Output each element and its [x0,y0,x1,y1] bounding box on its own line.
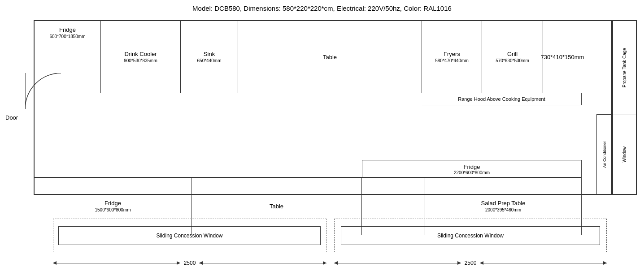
dim-right-line2 [480,263,607,263]
dim-right-line [334,263,461,263]
fryers-label: Fryers 580*470*440mm [435,51,469,63]
grill-label: Grill 570*630*530mm [496,51,529,63]
sliding-window-right: Sliding Concession Window [341,226,600,245]
cell-grill: Grill 570*630*530mm [482,21,543,93]
diagram-container: Model: DCB580, Dimensions: 580*220*220*c… [0,0,644,280]
range-hood-bar: Range Hood Above Cooking Equipment [422,93,582,105]
table-bottom-label: Table [270,202,283,209]
right-side-bar: Propane Tank Cage Window [612,20,637,195]
dim-left-line2 [199,263,326,263]
cell-table-top: Table [238,21,422,93]
dim-left: 2500 [53,260,326,266]
sliding-window-left: Sliding Concession Window [58,226,321,245]
table-top-label: Table [323,54,337,60]
propane-tank-cage: Propane Tank Cage [613,21,636,115]
sink-label: Sink 650*440mm [197,51,222,63]
window-right: Window [613,115,636,194]
dim-right: 2500 [334,260,607,266]
window-right-label: Window [622,146,627,163]
cell-sink: Sink 650*440mm [181,21,238,93]
cell-drink-cooler: Drink Cooler 900*530*835mm [101,21,181,93]
fridge1-label: Fridge 600*700*1850mm [49,26,85,39]
dim-left-line [53,263,180,263]
trailer-outline: Fridge 600*700*1850mm Drink Cooler 900*5… [34,20,612,195]
door-arc [25,73,61,109]
dim-right-value: 2500 [461,260,480,266]
cell730-label: 730*410*150mm [541,54,584,60]
drink-cooler-label: Drink Cooler 900*530*835mm [124,51,157,63]
dim-left-value: 2500 [180,260,200,266]
cell-fryers: Fryers 580*470*440mm [422,21,482,93]
propane-tank-label: Propane Tank Cage [622,48,627,87]
door-label: Door [5,114,18,121]
page-title: Model: DCB580, Dimensions: 580*220*220*c… [0,4,644,12]
cell-730: 730*410*150mm [543,21,582,93]
cell-fridge-2200: Fridge 2200*600*800mm [362,160,582,178]
air-conditioner: Air Conditioner [596,114,612,195]
salad-prep-label: Salad Prep Table 2000*395*460mm [481,200,526,212]
fridge-bottom-label: Fridge 1500*600*800mm [95,200,131,212]
ac-label: Air Conditioner [602,141,607,168]
